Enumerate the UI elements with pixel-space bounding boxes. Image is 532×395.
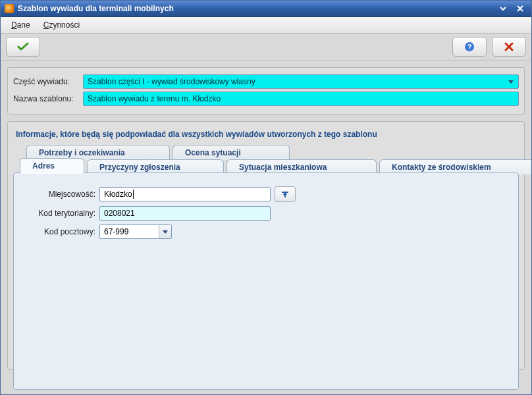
- tabs-row-lower: Adres Przyczyny zgłoszenia Sytuacja mies…: [13, 159, 519, 173]
- lookup-icon: [280, 190, 290, 199]
- header-form-panel: Część wywiadu: Szablon części I - wywiad…: [7, 67, 525, 115]
- menu-dane-rest: ane: [17, 20, 30, 30]
- section-heading: Informacje, które będą się podpowiadać d…: [16, 130, 516, 139]
- tab-kontakty-label: Kontakty ze środowiskiem: [392, 163, 491, 172]
- input-kod-teryt: [99, 206, 271, 221]
- menu-czynnosci-rest: zynności: [49, 20, 80, 30]
- combo-czesc-wywiadu-value: Szablon części I - wywiad środowiskowy w…: [88, 77, 255, 86]
- svg-text:?: ?: [467, 43, 472, 51]
- accept-button[interactable]: [6, 37, 40, 57]
- input-nazwa-szablonu[interactable]: [83, 92, 519, 106]
- window-title: Szablon wywiadu dla terminali mobilnych: [18, 4, 174, 13]
- tab-ocena[interactable]: Ocena sytuacji: [173, 145, 290, 160]
- text-caret: [133, 190, 134, 199]
- chevron-down-icon: [506, 76, 516, 87]
- tabs-container: Potrzeby i oczekiwania Ocena sytuacji Ad…: [13, 144, 519, 390]
- cancel-button[interactable]: [492, 37, 526, 57]
- info-card: Informacje, które będą się podpowiadać d…: [7, 121, 525, 370]
- label-nazwa-szablonu: Nazwa szablonu:: [13, 94, 83, 103]
- input-miejscowosc-value: Kłodzko: [104, 190, 132, 199]
- label-kod-teryt: Kod terytorialny:: [23, 209, 99, 218]
- label-czesc-wywiadu: Część wywiadu:: [13, 77, 83, 86]
- combo-kod-pocztowy-value: 67-999: [104, 227, 128, 236]
- toolbar: ?: [1, 34, 531, 61]
- row-czesc-wywiadu: Część wywiadu: Szablon części I - wywiad…: [13, 74, 519, 89]
- help-icon: ?: [464, 41, 475, 52]
- help-button[interactable]: ?: [452, 37, 487, 57]
- row-miejscowosc: Miejscowość: Kłodzko: [23, 186, 509, 202]
- minimize-button[interactable]: [496, 3, 510, 14]
- content-area: Część wywiadu: Szablon części I - wywiad…: [1, 61, 531, 394]
- label-kod-pocz: Kod pocztowy:: [23, 227, 99, 236]
- tab-ocena-label: Ocena sytuacji: [185, 148, 241, 157]
- row-nazwa-szablonu: Nazwa szablonu:: [13, 92, 519, 106]
- row-kod-teryt: Kod terytorialny:: [23, 206, 509, 221]
- combo-kod-pocztowy-button[interactable]: [159, 225, 171, 238]
- tab-adres[interactable]: Adres: [20, 158, 84, 174]
- app-icon: [5, 4, 14, 13]
- row-kod-pocz: Kod pocztowy: 67-999: [23, 224, 509, 239]
- close-icon: [504, 41, 514, 52]
- tab-adres-label: Adres: [32, 161, 55, 171]
- app-window: Szablon wywiadu dla terminali mobilnych …: [0, 0, 532, 395]
- tab-sytuacja-label: Sytuacja mieszkaniowa: [239, 163, 327, 172]
- combo-czesc-wywiadu[interactable]: Szablon części I - wywiad środowiskowy w…: [83, 74, 519, 89]
- combo-kod-pocztowy[interactable]: 67-999: [99, 224, 172, 239]
- tabs-row-upper: Potrzeby i oczekiwania Ocena sytuacji: [13, 144, 519, 159]
- menu-dane[interactable]: Dane: [5, 18, 37, 32]
- label-miejscowosc: Miejscowość:: [23, 190, 99, 199]
- tab-przyczyny-label: Przyczyny zgłoszenia: [99, 163, 180, 172]
- chevron-down-icon: [163, 230, 168, 234]
- lookup-miejscowosc-button[interactable]: [275, 186, 296, 202]
- titlebar: Szablon wywiadu dla terminali mobilnych: [1, 1, 531, 17]
- menubar: Dane Czynności: [1, 17, 531, 34]
- input-miejscowosc[interactable]: Kłodzko: [99, 187, 271, 201]
- close-button[interactable]: [513, 3, 527, 14]
- menu-czynnosci[interactable]: Czynności: [37, 18, 86, 32]
- tab-potrzeby-label: Potrzeby i oczekiwania: [39, 148, 125, 157]
- check-icon: [17, 42, 29, 51]
- tab-body-adres: Miejscowość: Kłodzko Kod terytorialny:: [13, 172, 519, 390]
